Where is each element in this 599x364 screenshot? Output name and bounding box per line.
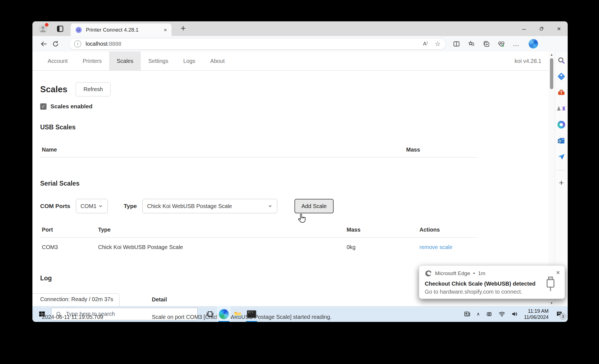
page-navbar: Account Printers Scales Settings Logs Ab… <box>32 52 549 71</box>
remove-scale-link[interactable]: remove scale <box>419 244 452 250</box>
read-aloud-icon[interactable]: A) <box>423 40 428 47</box>
restore-button[interactable] <box>533 21 550 36</box>
notification-title: Checkout Chick Scale (WebUSB) detected <box>425 281 559 287</box>
scrollbar-thumb[interactable] <box>550 58 553 89</box>
refresh-scales-button[interactable]: Refresh <box>76 82 111 96</box>
sidebar-tools-icon[interactable] <box>557 88 566 97</box>
taskbar-explorer-button[interactable] <box>231 306 245 322</box>
edge-notification-toast[interactable]: Microsoft Edge • 1m × Checkout Chick Sca… <box>419 265 565 299</box>
scale-type-select[interactable]: Chick Koi WebUSB Postage Scale <box>142 199 277 213</box>
refresh-icon <box>52 40 59 48</box>
browser-toolbar: i localhost:8888 A) ☆ … <box>32 36 568 52</box>
nav-item-settings[interactable]: Settings <box>141 52 176 70</box>
browser-tab[interactable]: Printer Connect 4.28.1 × <box>71 24 171 36</box>
com-port-select[interactable]: COM1 <box>76 199 108 213</box>
add-scale-button[interactable]: Add Scale <box>295 199 334 213</box>
notification-count-badge: 3 <box>560 313 566 320</box>
more-menu-icon[interactable]: … <box>513 40 519 48</box>
serial-controls: COM Ports COM1 Type Chick Koi WebUSB Pos… <box>40 199 541 213</box>
serial-scales-table: Port Type Mass Actions COM3 Chick Koi We… <box>40 224 477 257</box>
app-version: koi v4.28.1 <box>514 58 541 64</box>
serial-table-row: COM3 Chick Koi WebUSB Postage Scale 0kg … <box>40 238 477 257</box>
serial-table-header: Port Type Mass Actions <box>40 224 477 238</box>
copilot-icon[interactable] <box>529 39 538 48</box>
favorites-hub-icon[interactable] <box>468 40 475 48</box>
profile-notification-dot <box>45 23 48 27</box>
address-bar[interactable]: i localhost:8888 A) ☆ <box>69 38 446 50</box>
close-window-button[interactable]: × <box>550 21 568 36</box>
com-ports-label: COM Ports <box>40 203 70 209</box>
serial-col-mass: Mass <box>347 227 419 233</box>
profile-avatar[interactable] <box>38 24 48 34</box>
log-col-detail: Detail <box>152 296 167 303</box>
nav-item-about[interactable]: About <box>203 52 232 70</box>
chevron-down-icon <box>268 204 273 209</box>
url-text: localhost:8888 <box>86 41 121 47</box>
scales-enabled-row: ✓ Scales enabled <box>40 103 541 110</box>
back-button[interactable] <box>38 38 50 50</box>
koi-favicon <box>75 26 82 34</box>
nav-item-scales[interactable]: Scales <box>109 52 141 70</box>
serial-col-actions: Actions <box>419 227 440 233</box>
tab-close-icon[interactable]: × <box>164 27 167 33</box>
sidebar-m365-icon[interactable] <box>557 120 566 129</box>
scroll-up-icon[interactable]: ▲ <box>550 53 553 56</box>
window-controls: – × <box>515 21 568 36</box>
nav-item-account[interactable]: Account <box>40 52 75 70</box>
notification-age: 1m <box>478 270 485 276</box>
action-center-button[interactable]: 3 <box>554 309 564 319</box>
chevron-down-icon <box>98 204 103 209</box>
usb-scales-table: Name Mass <box>40 144 477 158</box>
taskbar-edge-button[interactable] <box>217 306 231 322</box>
sidebar-outlook-icon[interactable] <box>557 136 566 145</box>
task-view-icon <box>206 310 214 318</box>
toolbar-icons: … <box>453 39 538 48</box>
url-host: localhost <box>86 41 107 47</box>
scroll-down-icon[interactable]: ▼ <box>550 301 553 305</box>
favorite-star-icon[interactable]: ☆ <box>435 40 441 48</box>
log-table-row: 2024-06-11 11:19:05.709 Scale on port CO… <box>40 307 477 322</box>
notification-body: Go to hardware.shopify.com to connect. <box>425 289 559 295</box>
sidebar-search-icon[interactable] <box>557 56 566 65</box>
com-port-value: COM1 <box>81 203 97 209</box>
scales-enabled-label: Scales enabled <box>50 103 93 110</box>
scale-type-value: Chick Koi WebUSB Postage Scale <box>147 203 232 209</box>
serial-row-type: Chick Koi WebUSB Postage Scale <box>98 244 347 250</box>
minimize-button[interactable]: – <box>515 21 533 36</box>
back-arrow-icon <box>40 40 48 48</box>
notification-app-name: Microsoft Edge <box>435 270 470 276</box>
split-screen-icon[interactable] <box>453 40 460 48</box>
serial-row-port: COM3 <box>42 244 98 250</box>
sidebar-shopping-icon[interactable] <box>557 72 566 81</box>
hand-cursor-icon <box>297 213 307 225</box>
address-bar-actions: A) ☆ <box>423 40 441 48</box>
connection-status: Connection: Ready / 02m 37s <box>32 293 120 306</box>
notification-header: Microsoft Edge • 1m <box>425 270 559 277</box>
new-tab-button[interactable]: + <box>178 23 189 34</box>
title-row: Scales Refresh <box>40 82 541 96</box>
nav-item-printers[interactable]: Printers <box>75 52 109 70</box>
scales-enabled-checkbox[interactable]: ✓ <box>40 103 47 110</box>
serial-col-port: Port <box>42 227 98 233</box>
usb-scales-heading: USB Scales <box>40 124 541 131</box>
browser-essentials-icon[interactable] <box>498 40 505 48</box>
tab-actions-icon[interactable] <box>56 24 65 33</box>
site-info-icon[interactable]: i <box>74 40 81 47</box>
task-view-button[interactable] <box>203 306 217 322</box>
notification-close-icon[interactable]: × <box>556 269 560 276</box>
serial-col-type: Type <box>98 227 347 233</box>
sidebar-add-icon[interactable]: + <box>559 178 564 188</box>
page-title: Scales <box>40 84 67 94</box>
sidebar-drop-icon[interactable] <box>557 152 566 161</box>
file-explorer-icon <box>234 310 242 318</box>
usb-table-header: Name Mass <box>40 144 477 158</box>
usb-col-mass: Mass <box>406 147 420 153</box>
log-row-datetime: 2024-06-11 11:19:05.709 <box>42 314 152 320</box>
restore-icon <box>539 26 544 31</box>
sidebar-games-icon[interactable]: ♟♜ <box>557 104 566 113</box>
refresh-page-button[interactable] <box>50 38 61 50</box>
taskbar-terminal-button[interactable]: C:\ <box>245 306 258 322</box>
nav-item-logs[interactable]: Logs <box>176 52 203 70</box>
collections-icon[interactable] <box>483 40 490 48</box>
sidebar-divider <box>557 170 565 170</box>
